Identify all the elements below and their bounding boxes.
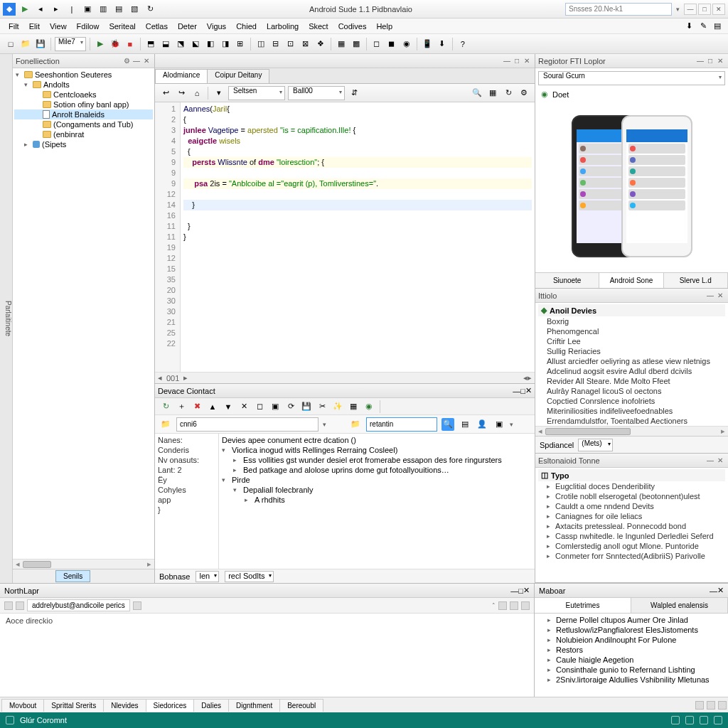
minimize-button[interactable]: —: [684, 4, 697, 15]
editor-combo-1[interactable]: Seltsen: [228, 86, 285, 100]
ed-home-icon[interactable]: ⌂: [191, 87, 203, 100]
nl-icon1[interactable]: [4, 601, 13, 610]
dp-icon[interactable]: 👤: [476, 418, 488, 431]
todo-item[interactable]: Criftir Lee: [538, 336, 725, 346]
project-hscroll[interactable]: ◂▸: [13, 559, 154, 569]
dp-cut-icon[interactable]: ✂: [316, 400, 328, 413]
mobar-item[interactable]: ▸Restors: [537, 645, 725, 655]
tb-icon[interactable]: ◨: [219, 38, 232, 50]
settings-icon[interactable]: ✎: [697, 20, 710, 33]
tb-icon[interactable]: ◫: [255, 38, 267, 50]
dp-up-icon[interactable]: ▲: [206, 400, 219, 413]
mobar-item[interactable]: ▸2Sniv.lirtoraige Aldullies Vshibnility …: [537, 675, 725, 685]
nl-icon6[interactable]: [521, 601, 530, 610]
nl-icon2[interactable]: [16, 601, 24, 610]
dp-row[interactable]: ▸A rhdhits: [222, 495, 532, 505]
todo-item[interactable]: Revider All Steare. Mde Molto Ffeet: [538, 376, 725, 386]
dp-row[interactable]: ▾Depaliall folecbranly: [222, 485, 532, 495]
nl-icon5[interactable]: [510, 601, 518, 610]
panel-gear-icon[interactable]: ⚙: [122, 57, 132, 65]
panel-min-icon[interactable]: —: [132, 57, 141, 65]
structure-item[interactable]: ▸Crotile nobll elserogetal (beotonnent)u…: [538, 491, 725, 501]
tb-new-icon[interactable]: □: [4, 38, 17, 50]
mobar-item[interactable]: ▸Nolubieion Andilnoupht For Pulone: [537, 635, 725, 645]
device-tree[interactable]: Devies apee conument ectre dcation ()▾Vi…: [219, 434, 535, 569]
tb-help-icon[interactable]: ?: [456, 38, 469, 50]
tb-icon[interactable]: ⊞: [234, 38, 247, 50]
dp-sync-icon[interactable]: ⟳: [284, 400, 297, 413]
menu-seriteal[interactable]: Seriteal: [105, 21, 139, 32]
ed-max-icon[interactable]: □: [512, 57, 522, 65]
mobar-item[interactable]: ▸Retluslow/izPangfialorest ElesJistoment…: [537, 625, 725, 635]
dp-folder2-icon[interactable]: 📁: [349, 418, 362, 431]
editor-combo-2[interactable]: Ball00: [288, 86, 345, 100]
todo-item[interactable]: Miteriniliosities indifeliveefoednables: [538, 406, 725, 416]
device-combo[interactable]: [176, 417, 318, 432]
dp-row[interactable]: ▾Pirde: [222, 475, 532, 485]
dp-icon[interactable]: ▣: [493, 418, 505, 431]
td-min-icon[interactable]: —: [705, 291, 715, 299]
editor-hscroll[interactable]: ◂001▸ ◂▸: [155, 372, 535, 383]
ft-icon[interactable]: [707, 701, 715, 710]
dp-search-go-icon[interactable]: 🔍: [441, 418, 454, 431]
tb-icon[interactable]: ◧: [204, 38, 217, 50]
menu-view[interactable]: View: [46, 21, 71, 32]
ft-icon[interactable]: [718, 701, 727, 710]
dp-row[interactable]: ▸Bed patkage and alolose uprins dome gut…: [222, 465, 532, 475]
tree-item[interactable]: Sotion ofiny banl app): [14, 100, 153, 109]
tb-sdk-icon[interactable]: ⬇: [436, 38, 449, 50]
todo-list[interactable]: ◆ Anoil Devies BoxrigPhenomgencalCriftir…: [535, 303, 728, 426]
status-mem-icon[interactable]: [700, 716, 708, 724]
left-gutter[interactable]: Parlaitinete: [0, 54, 13, 583]
todo-item[interactable]: Copctied Conrslence inofolriets: [538, 396, 725, 406]
tree-item[interactable]: (Congaments and Tub): [14, 119, 153, 129]
tree-item[interactable]: ▾Andolts: [14, 80, 153, 90]
dp-dn-icon[interactable]: ▼: [222, 400, 235, 413]
menu-chied[interactable]: Chied: [232, 21, 261, 32]
mobar-item[interactable]: ▸Caule hiaigle Aegetion: [537, 655, 725, 665]
tree-item[interactable]: (enbinrat: [14, 129, 153, 139]
structure-item[interactable]: ▸Axtacits pretessleal. Ponnecodd bond: [538, 521, 725, 531]
tb-icon[interactable]: ❖: [314, 38, 327, 50]
menu-deter[interactable]: Deter: [173, 21, 201, 32]
st-close-icon[interactable]: ✕: [715, 456, 725, 464]
emulator-combo[interactable]: Soural Gcurn: [538, 71, 725, 85]
em-close-icon[interactable]: ✕: [715, 57, 725, 65]
dp-row[interactable]: ▸Ess vollities gst wunder desiel erot fr…: [222, 455, 532, 465]
chevron-down-icon[interactable]: ▾: [676, 6, 680, 13]
mobar-list[interactable]: ▸Derne Pollel cltupos Aumer Ore Jinlad▸R…: [535, 614, 728, 697]
footer-tab-6[interactable]: Bereoubl: [279, 699, 323, 712]
dp-cal-icon[interactable]: ◉: [363, 400, 375, 413]
td-close-icon[interactable]: ✕: [715, 291, 725, 299]
tb-icon[interactable]: ⬔: [174, 38, 187, 50]
menu-vigus[interactable]: Vigus: [203, 21, 230, 32]
ft-icon[interactable]: [695, 701, 704, 710]
ed-min-icon[interactable]: —: [502, 57, 512, 65]
ed-sort-icon[interactable]: ⇵: [348, 87, 360, 100]
maximize-button[interactable]: □: [698, 4, 711, 15]
tb-icon[interactable]: ◼: [385, 38, 398, 50]
menu-larboling[interactable]: Larboling: [262, 21, 303, 32]
tree-item[interactable]: Anrolt Bnaleids: [14, 109, 153, 119]
save-icon[interactable]: ▣: [81, 3, 94, 16]
redo-icon[interactable]: ↻: [144, 3, 156, 16]
download-icon[interactable]: ⬇: [682, 20, 695, 33]
footer-tab-3[interactable]: Siedorices: [146, 699, 195, 712]
todo-item[interactable]: Sullig Reriacies: [538, 346, 725, 356]
ed-back-icon[interactable]: ↩: [159, 87, 172, 100]
mobar-tab-0[interactable]: Eutetrimes: [535, 598, 631, 613]
tb-icon[interactable]: ▦: [335, 38, 348, 50]
footer-tab-1[interactable]: Sprittal Srerits: [43, 699, 104, 712]
tb-icon[interactable]: ▩: [350, 38, 363, 50]
todo-item[interactable]: Errendamdulstfor, Toentalbed Aectioners: [538, 416, 725, 426]
project-tree[interactable]: ▾Seeshontion Seuteres▾AndoltsCentcloaeks…: [13, 68, 154, 559]
tree-item[interactable]: Centcloaeks: [14, 90, 153, 100]
dp-max-icon[interactable]: □: [520, 387, 525, 395]
todo-item[interactable]: Adcelinud aogsit esvire Adlul dberd dciv…: [538, 366, 725, 376]
dp-folder-icon[interactable]: 📁: [159, 418, 172, 431]
tb-icon[interactable]: ⬓: [159, 38, 172, 50]
tb-save-icon[interactable]: 💾: [34, 38, 47, 50]
tb-icon[interactable]: ⬒: [144, 38, 157, 50]
config-combo[interactable]: Mile7: [55, 37, 86, 51]
dp-refresh-icon[interactable]: ↻: [159, 400, 172, 413]
